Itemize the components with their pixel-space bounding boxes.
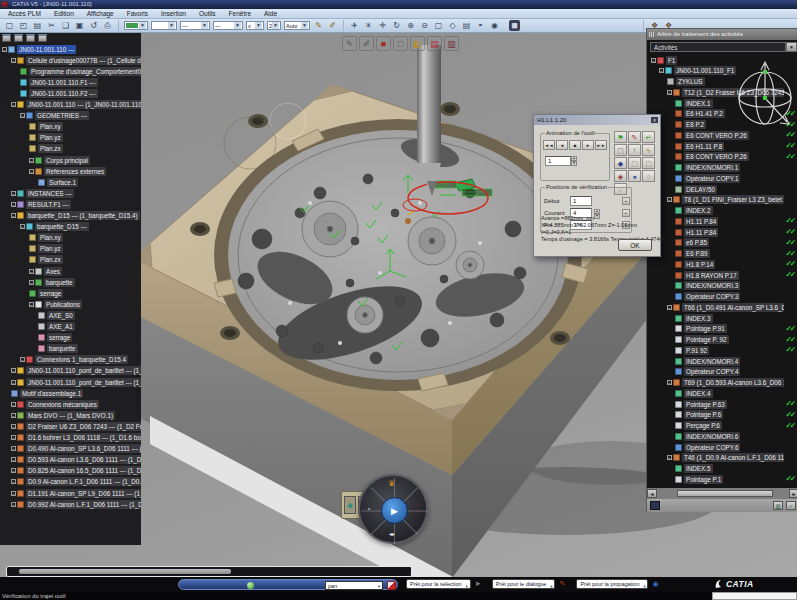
tree-item[interactable]: −D1.6 bohrer L3_D06 1118 --- (1_D1.6 boh…	[11, 433, 141, 443]
speed-spin-icons[interactable]: ▲▼	[571, 156, 577, 165]
activity-item[interactable]: −T46 (1_D0.9 Al-canon L.F.1_D06 1111.1/6…	[667, 453, 799, 463]
collision-check-icon[interactable]: ■	[376, 36, 391, 51]
tree-item[interactable]: −barquette_D15 ---	[20, 222, 89, 232]
expand-icon[interactable]: −	[651, 58, 656, 63]
menu-item-outils[interactable]: Outils	[199, 10, 216, 17]
activity-item[interactable]: Pointage P.1✓✓	[675, 474, 799, 484]
pencil-red-icon[interactable]: ✎	[628, 131, 641, 143]
expand-icon[interactable]: −	[11, 502, 16, 507]
film-icon[interactable]: ▤	[427, 36, 442, 51]
activity-item[interactable]: P.91 92✓✓	[675, 345, 799, 355]
tree-item[interactable]: −Mars DVO --- (1_Mars DVO.1)	[11, 410, 115, 420]
activity-item[interactable]: INDEX/NOMORI.3	[675, 281, 799, 291]
tool-sector-icon[interactable]: ♛	[388, 480, 395, 488]
expand-icon[interactable]: −	[11, 413, 16, 418]
expand-icon[interactable]: −	[29, 169, 34, 174]
tree-item[interactable]: JN00-11.001.110.F2 ---	[20, 88, 98, 98]
panel-ok-icon[interactable]: ✓	[786, 501, 796, 510]
tree-item[interactable]: serrage	[38, 333, 72, 343]
menu-item-affichage[interactable]: Affichage	[87, 10, 114, 17]
copy-icon[interactable]: ❏	[60, 20, 71, 31]
open-folder-icon[interactable]: ◰	[18, 20, 29, 31]
expand-icon[interactable]: −	[11, 479, 16, 484]
color-swatch-combo[interactable]: ▼	[124, 21, 148, 30]
tree-item[interactable]: −D0.593 Al-canon L3.6_D06 1111 --- (1_D0…	[11, 455, 141, 465]
activity-item[interactable]: −T66 (1_D0.491 Al-canon_SP L3.6_D06 1111…	[667, 302, 799, 312]
tree-item[interactable]: −barquette	[29, 277, 75, 287]
activity-item[interactable]: Pointage P.91✓✓	[675, 324, 799, 334]
toolbar-combo-0[interactable]: ▼	[151, 21, 177, 30]
toolbar-combo-1[interactable]: —▼	[180, 21, 210, 30]
power-input-icon[interactable]	[387, 581, 396, 590]
menu-item-acc-s-plm[interactable]: Accès PLM	[8, 10, 41, 17]
tree-item[interactable]: −D2 Fraiser U6 Z3_D06 7243 --- (1_D2 Fra…	[11, 421, 141, 431]
return-green-icon[interactable]: ↵	[642, 131, 655, 143]
toolbar-combo-4[interactable]: 2▼	[267, 21, 281, 30]
tree-item[interactable]: −Axes	[29, 266, 62, 276]
pen-icon[interactable]: ✐	[327, 20, 338, 31]
play-button[interactable]: ▶	[381, 497, 408, 524]
hide-show-icon[interactable]: ◉	[489, 20, 500, 31]
window-icon[interactable]	[26, 34, 35, 42]
activity-item[interactable]: INDEX.5	[675, 464, 799, 474]
expand-icon[interactable]: −	[659, 68, 664, 73]
pan-icon[interactable]: ✛	[377, 20, 388, 31]
menu-item-aide[interactable]: Aide	[264, 10, 277, 17]
tree-item[interactable]: JN00-11.001.110.F1 ---	[20, 77, 98, 87]
report-icon[interactable]: ▥	[444, 36, 459, 51]
fly-icon[interactable]: ✈	[349, 20, 360, 31]
stop-sector-icon[interactable]: ⁚	[416, 506, 419, 514]
activity-item[interactable]: E6 P.89✓✓	[675, 249, 799, 259]
iso-view-icon[interactable]: ◇	[447, 20, 458, 31]
rotate-icon[interactable]: ↻	[391, 20, 402, 31]
window-icon[interactable]	[2, 34, 11, 42]
expand-icon[interactable]: −	[11, 446, 16, 451]
window-icon[interactable]	[38, 34, 47, 42]
activity-item[interactable]: Opérateur COPY.1	[675, 173, 799, 183]
step-back-button[interactable]: ◄	[556, 140, 568, 150]
tree-item[interactable]: −Corps principal	[29, 155, 90, 165]
expand-icon[interactable]: −	[29, 269, 34, 274]
tree-item[interactable]: −barquette_D15 --- (1_barquette_D15.4)	[11, 211, 140, 221]
paste-icon[interactable]: ▣	[74, 20, 85, 31]
window-icon[interactable]	[14, 34, 23, 42]
status-combo-cursor[interactable]: Prêt pour la sélection▼	[406, 579, 471, 589]
tree-item[interactable]: −D0.825 Al-canon 16.5_D06 1111 --- (1_D0…	[11, 466, 141, 476]
activity-item[interactable]: E6 H1.11 P.8✓✓	[675, 141, 799, 151]
status-combo-dialog[interactable]: Prêt pour le dialogue▼	[492, 579, 556, 589]
tree-item[interactable]: Plan.zx	[29, 255, 63, 265]
layers-icon[interactable]: ▤	[461, 20, 472, 31]
expand-icon[interactable]: −	[11, 457, 16, 462]
menu-item-fen-tre[interactable]: Fenêtre	[229, 10, 251, 17]
toolbar-combo-2[interactable]: —▼	[213, 21, 243, 30]
tree-item[interactable]: Plan.yz	[29, 133, 63, 143]
step-sector-icon[interactable]: ◂▸	[389, 530, 395, 538]
expand-icon[interactable]: −	[667, 90, 672, 95]
expand-icon[interactable]: −	[11, 402, 16, 407]
fit-all-icon[interactable]: ✳	[363, 20, 374, 31]
field-value-dbut[interactable]: 1	[570, 196, 592, 206]
tree-item[interactable]: −JN00-11.001.110 --- (1_JN00-11.001.110.…	[11, 100, 141, 110]
status-combo-propagation[interactable]: Prêt pour la propagation▼	[576, 579, 648, 589]
expand-icon[interactable]: −	[20, 357, 25, 362]
expand-icon[interactable]: −	[667, 455, 672, 460]
zoom-out-icon[interactable]: ⊖	[419, 20, 430, 31]
expand-icon[interactable]: −	[667, 197, 672, 202]
tree-item[interactable]: Plan.zx	[29, 144, 63, 154]
expand-icon[interactable]: −	[11, 102, 16, 107]
shaded-cube-icon[interactable]: ◼	[509, 20, 520, 31]
tree-item[interactable]: −Connexions mécaniques	[11, 399, 99, 409]
toolbar-combo-5[interactable]: Auto▼	[284, 21, 310, 30]
marker-red-icon[interactable]: ◈	[614, 170, 627, 182]
play-button[interactable]: ►	[582, 140, 594, 150]
tree-item[interactable]: −JN00-11.001.110_pont_de_barillet --- (1…	[11, 377, 141, 387]
activity-item[interactable]: H1.11 P.84✓✓	[675, 216, 799, 226]
activity-item[interactable]: INDEX.4	[675, 388, 799, 398]
activity-item[interactable]: INDEX/NOMORI.4	[675, 356, 799, 366]
expand-icon[interactable]: −	[29, 302, 34, 307]
tree-item[interactable]: AXE_A1	[38, 322, 75, 332]
speed-value[interactable]: 1	[545, 156, 571, 166]
stop-button[interactable]: ■	[569, 140, 581, 150]
viewport-scroll-thumb[interactable]	[19, 569, 231, 574]
activity-item[interactable]: Opérateur COPY.4	[675, 367, 799, 377]
